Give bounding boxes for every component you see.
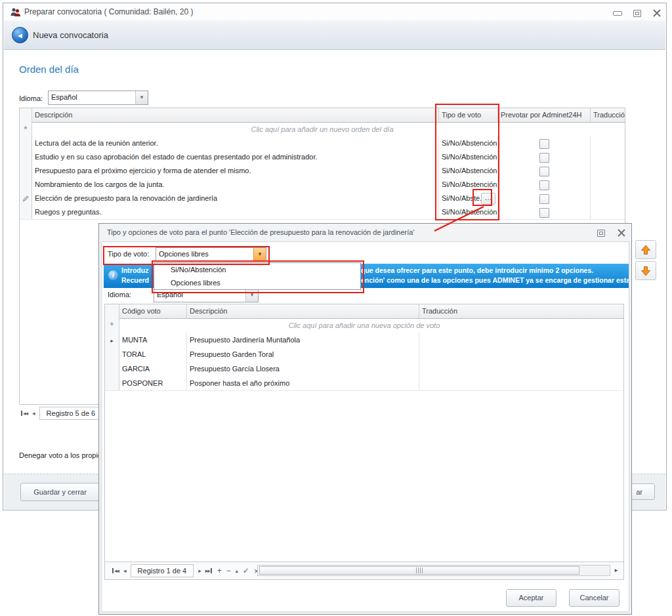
next-record-button[interactable]: ▸ (198, 567, 201, 574)
back-button[interactable]: ◂ (12, 27, 28, 43)
new-row[interactable]: * Clic aquí para añadir una nueva opción… (105, 318, 623, 333)
col-prevotar[interactable]: Prevotar por Adminet24H (498, 108, 591, 122)
info-line2-right: ención' como una de las opciones pues AD… (361, 276, 629, 285)
table-row[interactable]: POSPONER Posponer hasta el año próximo (105, 376, 623, 391)
col-descripcion[interactable]: Descripción (32, 108, 439, 122)
scroll-right-button[interactable]: ▸ (612, 565, 621, 576)
cell-descripcion: Presupuesto García Llosera (187, 361, 419, 376)
idioma-label: Idioma: (108, 291, 131, 298)
minimize-button[interactable] (611, 9, 624, 18)
cell-codigo: POSPONER (119, 376, 187, 390)
move-up-button[interactable] (635, 240, 656, 259)
edit-pencil-icon (20, 192, 32, 205)
table-row[interactable]: Nombramiento de los cargos de la junta. … (20, 178, 625, 192)
new-row[interactable]: * Clic aquí para añadir un nuevo orden d… (20, 122, 625, 137)
col-codigo-voto[interactable]: Código voto (119, 304, 187, 318)
cell-descripcion: Presupuesto para el próximo ejercicio y … (32, 164, 439, 178)
cell-descripcion: Estudio y en su caso aprobación del esta… (32, 150, 439, 164)
prevotar-checkbox[interactable] (539, 153, 549, 163)
ellipsis-button[interactable]: … (481, 193, 495, 205)
prev-record-button[interactable]: ◂ (32, 410, 35, 417)
info-line1-left: Introduz (121, 266, 148, 276)
table-row[interactable]: Estudio y en su caso aprobación del esta… (20, 150, 625, 165)
accept-button[interactable]: Aceptar (506, 589, 556, 607)
dropdown-option[interactable]: Si/No/Abstención (154, 263, 360, 276)
table-row-editing[interactable]: Elección de presupuesto para la renovaci… (20, 192, 625, 206)
col-descripcion[interactable]: Descripción (187, 304, 419, 318)
dialog-titlebar: Tipo y opciones de voto para el punto 'E… (99, 224, 631, 241)
edit-record-button[interactable]: ▴ (236, 568, 238, 574)
save-close-button[interactable]: Guardar y cerrar (20, 483, 100, 501)
chevron-down-icon[interactable]: ▾ (253, 248, 266, 261)
col-traduccion[interactable]: Traducción (419, 304, 623, 318)
screen: Preparar convocatoria ( Comunidad: Bailé… (0, 0, 672, 616)
info-line1-right: que desea ofrecer para este punto, debe … (361, 266, 593, 276)
info-icon: i (108, 270, 118, 280)
info-line2-left: Recuerd (121, 276, 149, 285)
first-record-button[interactable]: ◂◂ (112, 567, 119, 574)
col-tipo-de-voto[interactable]: Tipo de voto (439, 108, 498, 122)
cell-descripcion: Presupuesto Garden Toral (187, 347, 419, 361)
denegar-voto-label: Denegar voto a los propie (19, 451, 102, 459)
idioma-select[interactable]: Español ▾ (48, 91, 148, 105)
section-title: Orden del día (19, 64, 79, 75)
cell-tipo-voto: Si/No/Abstención (439, 164, 498, 178)
prevotar-checkbox[interactable] (539, 180, 549, 190)
table-row[interactable]: Ruegos y preguntas. Si/No/Abstención (20, 205, 625, 220)
chevron-down-icon[interactable]: ▾ (245, 289, 258, 302)
cell-tipo-voto: Si/No/Abste... … (439, 192, 498, 205)
table-row[interactable]: ▸ MUNTA Presupuesto Jardinería Muntañola (105, 333, 623, 348)
table-row[interactable]: GARCIA Presupuesto García Llosera (105, 361, 623, 377)
current-row-icon: ▸ (105, 333, 119, 347)
cancel-button[interactable]: Cancelar (569, 589, 620, 607)
cell-descripcion: Elección de presupuesto para la renovaci… (32, 192, 439, 205)
people-icon (10, 7, 22, 17)
table-row[interactable]: Presupuesto para el próximo ejercicio y … (20, 164, 625, 178)
cell-codigo: TORAL (119, 347, 187, 361)
prevotar-checkbox[interactable] (539, 208, 549, 218)
tipo-voto-label: Tipo de voto: (108, 250, 149, 258)
first-record-button[interactable]: ◂◂ (20, 410, 28, 417)
tipo-voto-select[interactable]: Opciones libres ▾ (156, 247, 266, 262)
prev-record-button[interactable]: ◂ (123, 567, 126, 574)
grid-header: Descripción Tipo de voto Prevotar por Ad… (20, 108, 625, 123)
table-row[interactable]: Lectura del acta de la reunión anterior.… (20, 136, 625, 151)
dialog-close-button[interactable] (615, 228, 628, 237)
close-icon (653, 9, 661, 17)
page-header-title: Nueva convocatoria (33, 30, 108, 40)
maximize-icon (597, 230, 605, 237)
dropdown-option[interactable]: Opciones libres (154, 276, 360, 289)
main-titlebar: Preparar convocatoria ( Comunidad: Bailé… (3, 3, 666, 20)
idioma-select[interactable]: Español ▾ (154, 288, 259, 302)
row-selector-header (20, 108, 32, 122)
cell-codigo: GARCIA (119, 361, 187, 376)
horizontal-scrollbar[interactable] (257, 565, 610, 576)
prevotar-checkbox[interactable] (539, 194, 549, 204)
move-down-button[interactable] (635, 261, 656, 280)
new-row-placeholder[interactable]: Clic aquí para añadir una nueva opción d… (105, 318, 623, 333)
table-row[interactable]: TORAL Presupuesto Garden Toral (105, 347, 623, 362)
last-record-button[interactable]: ▸▸ (205, 567, 213, 574)
dialog-maximize-button[interactable] (595, 228, 608, 237)
tipo-voto-dropdown-list: Si/No/Abstención Opciones libres (154, 262, 361, 290)
col-traduccion[interactable]: Traducción (591, 108, 625, 122)
scrollbar-thumb[interactable] (259, 566, 579, 575)
confirm-edit-button[interactable]: ✓ (243, 566, 249, 575)
cell-codigo: MUNTA (119, 333, 187, 347)
minimize-icon (613, 11, 622, 16)
back-arrow-icon: ◂ (18, 31, 22, 40)
chevron-down-icon[interactable]: ▾ (135, 91, 148, 104)
cell-descripcion: Presupuesto Jardinería Muntañola (187, 333, 419, 347)
cell-tipo-voto: Si/No/Abstención (439, 178, 498, 192)
new-row-placeholder[interactable]: Clic aquí para añadir un nuevo orden del… (20, 122, 625, 136)
delete-record-button[interactable]: − (226, 566, 231, 575)
maximize-icon (633, 10, 641, 17)
cell-tipo-voto: Si/No/Abstención (439, 136, 498, 150)
idioma-value: Español (157, 289, 183, 301)
vote-options-grid: .vg .m-sel{left:0;width:22px;} .vg .m-co… (104, 304, 624, 580)
add-record-button[interactable]: + (217, 566, 222, 575)
maximize-button[interactable] (631, 9, 644, 18)
prevotar-checkbox[interactable] (539, 167, 549, 176)
close-button[interactable] (650, 9, 663, 18)
prevotar-checkbox[interactable] (539, 139, 549, 149)
